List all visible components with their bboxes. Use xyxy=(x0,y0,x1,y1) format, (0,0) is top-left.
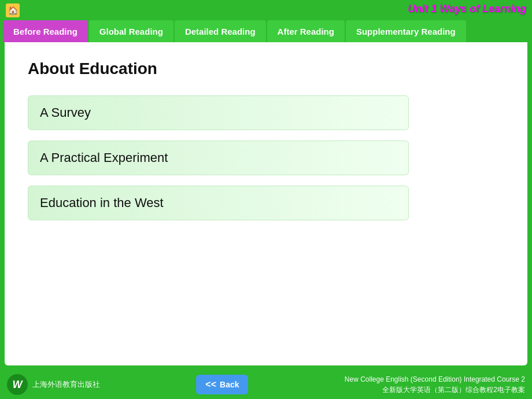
back-arrow-icon: << xyxy=(205,379,216,390)
back-button[interactable]: << Back xyxy=(196,375,248,394)
tab-detailed-reading[interactable]: Detailed Reading xyxy=(175,20,266,42)
bottom-bar: W 上海外语教育出版社 << Back New College English … xyxy=(0,370,532,399)
page-heading: About Education xyxy=(28,60,504,78)
logo-w-icon: W xyxy=(7,374,28,395)
nav-tabs: Before Reading Global Reading Detailed R… xyxy=(0,20,532,42)
tab-after-reading[interactable]: After Reading xyxy=(267,20,345,42)
publisher-name: 上海外语教育出版社 xyxy=(32,379,100,390)
menu-item-survey[interactable]: A Survey xyxy=(28,95,409,130)
unit-title: Unit 1 Ways of Learning xyxy=(408,3,526,15)
tab-global-reading[interactable]: Global Reading xyxy=(89,20,173,42)
home-icon[interactable]: 🏠 xyxy=(6,3,20,17)
menu-item-west[interactable]: Education in the West xyxy=(28,186,409,220)
book-info: New College English (Second Edition) Int… xyxy=(345,374,525,395)
top-bar: 🏠 Unit 1 Ways of Learning xyxy=(0,0,532,20)
tab-before-reading[interactable]: Before Reading xyxy=(3,20,88,42)
main-content: About Education A Survey A Practical Exp… xyxy=(5,42,527,365)
menu-item-experiment[interactable]: A Practical Experiment xyxy=(28,141,409,175)
publisher-logo: W 上海外语教育出版社 xyxy=(7,374,100,395)
tab-supplementary-reading[interactable]: Supplementary Reading xyxy=(346,20,466,42)
back-button-label: Back xyxy=(220,380,239,389)
